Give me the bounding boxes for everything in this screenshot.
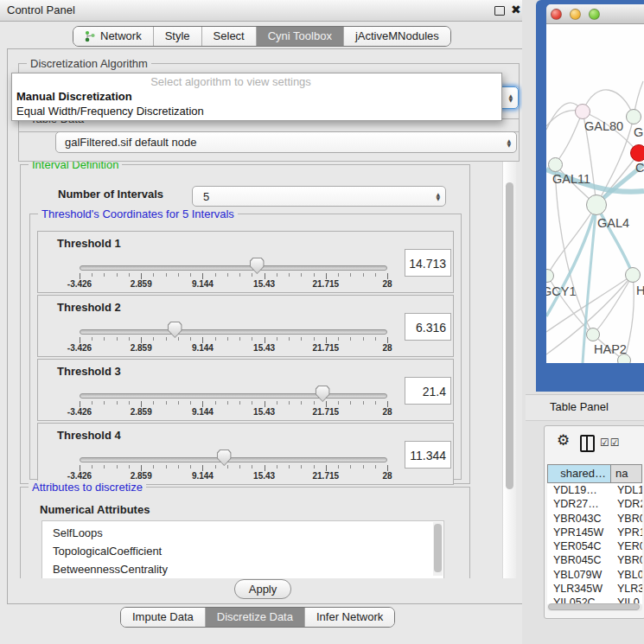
close-icon[interactable]: ✖ — [511, 3, 521, 16]
slider-tick-labels: -3.4262.8599.14415.4321.71528 — [80, 279, 387, 290]
table-row[interactable]: YPR145WYPR1 — [547, 526, 642, 539]
threshold-1-value-field[interactable]: 14.713 — [405, 249, 451, 277]
network-node-selected[interactable] — [630, 144, 644, 162]
tab-infer-network-label: Infer Network — [316, 609, 383, 626]
node-label: C — [635, 161, 644, 175]
settings-viewport: Interval Definition Number of Intervals … — [18, 162, 501, 578]
scrollbar-thumb[interactable] — [548, 603, 640, 610]
table-row[interactable]: YDR27…YDR2 — [547, 497, 642, 511]
threshold-2-panel: Threshold 2 -3.4262.8599.14415.4321.7152… — [37, 295, 454, 357]
node-attribute-table[interactable]: shared… na YDL19…YDL1 YDR27…YDR2 YBR043C… — [547, 464, 642, 604]
list-scrollbar[interactable] — [433, 522, 443, 576]
algorithm-dropdown-popup: Select algorithm to view settings Manual… — [11, 73, 502, 121]
slider-thumb[interactable] — [168, 322, 182, 338]
cell: YBR0 — [611, 512, 642, 526]
scrollbar-thumb[interactable] — [506, 182, 513, 489]
slider-track[interactable] — [80, 329, 387, 335]
checkbox-icons[interactable]: ☑☑ — [600, 437, 621, 449]
tick-label: -3.426 — [67, 407, 92, 417]
network-node[interactable] — [626, 109, 641, 124]
tab-discretize-data[interactable]: Discretize Data — [205, 608, 304, 627]
threshold-2-slider[interactable]: -3.4262.8599.14415.4321.71528 — [80, 296, 387, 356]
threshold-1-slider[interactable]: -3.4262.8599.14415.4321.71528 — [80, 232, 387, 292]
cell: YBL0 — [611, 568, 642, 582]
slider-track[interactable] — [80, 393, 387, 399]
node-label: H — [636, 284, 644, 297]
combo-arrows-icon: ▲▼ — [436, 187, 440, 206]
control-panel-titlebar: Control Panel ✖ — [0, 0, 527, 22]
network-node[interactable] — [625, 267, 641, 283]
slider-thumb[interactable] — [316, 386, 330, 402]
table-row[interactable]: YBR043CYBR0 — [547, 512, 642, 526]
table-row[interactable]: YBR045CYBR0 — [547, 553, 642, 567]
tab-style-label: Style — [165, 28, 190, 45]
threshold-4-value-field[interactable]: 11.344 — [405, 441, 451, 469]
network-view-window[interactable]: GAL80 G C GAL11 GAL4 GCY1 H HAP2 — [536, 0, 644, 392]
list-item[interactable]: TopologicalCoefficient — [42, 542, 443, 560]
network-canvas[interactable]: GAL80 G C GAL11 GAL4 GCY1 H HAP2 — [546, 24, 644, 363]
slider-track[interactable] — [80, 457, 387, 462]
number-of-intervals-combobox[interactable]: 5 ▲▼ — [192, 186, 446, 207]
column-header-name[interactable]: na — [611, 464, 642, 483]
threshold-4-slider[interactable]: -3.4262.8599.14415.4321.71528 — [80, 424, 387, 484]
float-window-icon[interactable] — [494, 6, 505, 16]
popup-option-equal-width[interactable]: Equal Width/Frequency Discretization — [12, 104, 501, 118]
threshold-3-slider[interactable]: -3.4262.8599.14415.4321.71528 — [80, 360, 387, 420]
tab-jactivemnodules[interactable]: jActiveMNodules — [343, 27, 450, 46]
panel-title: Control Panel — [7, 3, 75, 16]
threshold-3-value-field[interactable]: 21.4 — [405, 377, 451, 405]
threshold-4-panel: Threshold 4 -3.4262.8599.14415.4321.7152… — [37, 423, 454, 485]
settings-scrollbar[interactable] — [502, 162, 516, 578]
numerical-attributes-list[interactable]: SelfLoops TopologicalCoefficient Between… — [41, 520, 444, 578]
tab-style[interactable]: Style — [153, 27, 201, 46]
discretization-group-title: Discretization Algorithm — [27, 57, 151, 70]
table-horizontal-scrollbar[interactable] — [547, 603, 642, 611]
table-data-group: Table Data galFiltered.sif default node … — [18, 118, 520, 162]
tab-select[interactable]: Select — [201, 27, 256, 46]
threshold-1-panel: Threshold 1 -3.4262.8599.14415.4321.7152… — [37, 231, 454, 293]
table-row[interactable]: YLR345WYLR3 — [547, 582, 642, 596]
network-window-titlebar — [546, 4, 644, 24]
popup-option-manual-discretization[interactable]: Manual Discretization — [12, 89, 501, 104]
table-row[interactable]: YDL19…YDL1 — [547, 483, 642, 497]
table-header-row: shared… na — [547, 464, 642, 483]
zoom-traffic-light[interactable] — [589, 9, 600, 20]
network-node[interactable] — [575, 104, 590, 119]
column-header-shared-name[interactable]: shared… — [547, 464, 611, 483]
combo-arrows-icon: ▲▼ — [507, 132, 511, 152]
slider-thumb[interactable] — [217, 450, 232, 466]
table-row[interactable]: YER054CYER0 — [547, 539, 642, 553]
cell: YPR145W — [547, 526, 611, 539]
tick-label: 15.43 — [253, 343, 275, 353]
network-node[interactable] — [586, 328, 600, 341]
tab-network[interactable]: Network — [73, 27, 153, 46]
tab-infer-network[interactable]: Infer Network — [304, 608, 394, 627]
network-node[interactable] — [586, 194, 607, 215]
tab-jactivemnodules-label: jActiveMNodules — [355, 28, 439, 45]
tab-select-label: Select — [214, 28, 245, 45]
tab-impute-data[interactable]: Impute Data — [121, 608, 205, 627]
slider-track[interactable] — [80, 265, 387, 271]
list-item[interactable]: SelfLoops — [42, 521, 443, 542]
table-data-combobox[interactable]: galFiltered.sif default node ▲▼ — [55, 131, 517, 153]
slider-major-ticks — [80, 465, 388, 471]
tick-label: 2.859 — [131, 471, 152, 481]
close-traffic-light[interactable] — [551, 9, 562, 20]
slider-thumb[interactable] — [250, 258, 265, 274]
threshold-2-value-field[interactable]: 6.316 — [405, 313, 451, 341]
tick-label: 21.715 — [313, 471, 340, 481]
tick-label: 21.715 — [313, 407, 340, 417]
network-node[interactable] — [548, 157, 563, 172]
table-row[interactable]: YBL079WYBL0 — [547, 568, 642, 582]
slider-major-ticks — [80, 401, 388, 407]
node-label: GAL11 — [552, 172, 590, 186]
tick-label: 2.859 — [131, 279, 152, 289]
apply-button[interactable]: Apply — [234, 579, 291, 599]
column-layout-icon[interactable] — [580, 435, 595, 452]
list-item[interactable]: BetweennessCentrality — [42, 560, 443, 578]
gear-icon[interactable]: ⚙ — [557, 431, 570, 449]
tick-label: 15.43 — [253, 471, 275, 481]
minimize-traffic-light[interactable] — [570, 9, 581, 20]
cell: YBR043C — [547, 512, 611, 526]
tab-cyni-toolbox[interactable]: Cyni Toolbox — [256, 27, 343, 46]
